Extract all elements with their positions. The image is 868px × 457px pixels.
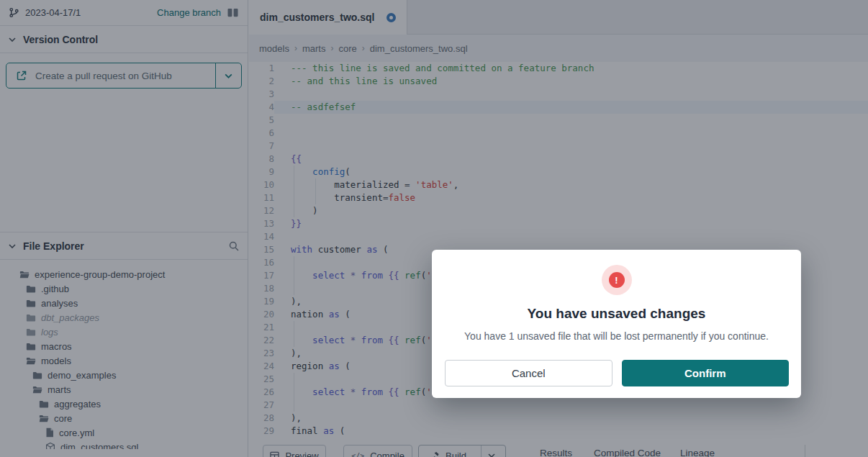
cancel-button[interactable]: Cancel [445,360,612,386]
confirm-button[interactable]: Confirm [622,360,790,386]
unsaved-changes-modal: ! You have unsaved changes You have 1 un… [432,250,801,398]
error-icon-halo: ! [602,265,632,295]
dbt-ide-app: 2023-04-17/1 Change branch Version Contr… [0,0,868,457]
modal-body-text: You have 1 unsaved file that will be los… [432,330,801,342]
modal-title: You have unsaved changes [432,306,801,322]
error-exclamation-icon: ! [609,272,625,288]
